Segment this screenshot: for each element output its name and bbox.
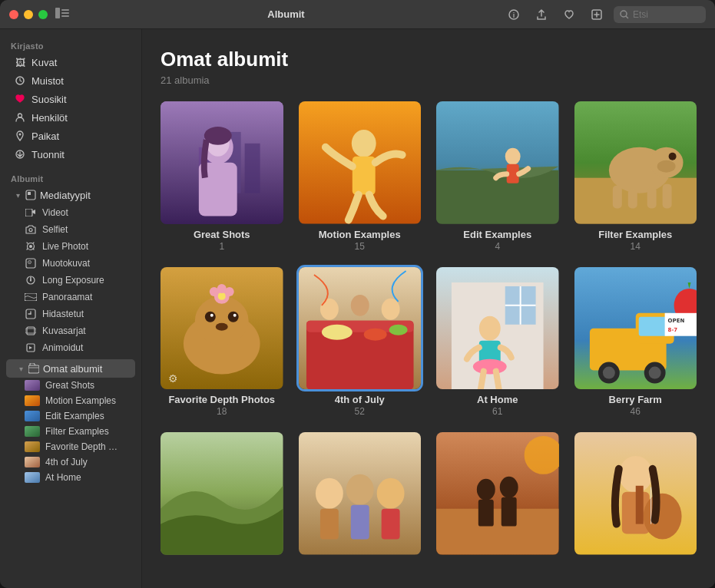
- sidebar-sub-edit-examples[interactable]: Edit Examples: [3, 408, 138, 424]
- info-button[interactable]: i: [503, 6, 525, 23]
- sidebar-label-animoidut: Animoidut: [42, 342, 83, 353]
- sidebar-label-at-home: At Home: [45, 472, 81, 483]
- sidebar-sub-videot[interactable]: Videot: [3, 204, 138, 221]
- edit-examples-name: Edit Examples: [463, 229, 531, 240]
- memories-icon: [14, 74, 26, 87]
- panorama-icon: [25, 291, 37, 303]
- svg-rect-104: [350, 505, 369, 540]
- album-item-row3-4[interactable]: [574, 432, 697, 560]
- sidebar-item-paikat[interactable]: Paikat: [3, 127, 138, 145]
- at-home-thumb: [25, 472, 40, 483]
- sidebar-sub-filter-examples[interactable]: Filter Examples: [3, 424, 138, 439]
- slo-mo-icon: [25, 308, 37, 320]
- sidebar-item-tuonnit[interactable]: Tuonnit: [3, 145, 138, 164]
- mediatyypit-header[interactable]: ▾ Mediatyypit: [3, 186, 138, 204]
- search-input[interactable]: [633, 9, 694, 20]
- imports-icon: [14, 148, 26, 160]
- portrait-icon: [25, 257, 37, 269]
- row3-3-thumbnail: [436, 432, 559, 555]
- svg-point-83: [479, 315, 501, 340]
- search-box[interactable]: [614, 6, 706, 23]
- svg-rect-0: [55, 8, 60, 18]
- heart-button[interactable]: [558, 6, 580, 23]
- edit-examples-count: 4: [495, 241, 500, 252]
- sidebar-sub-muotokuvat[interactable]: Muotokuvat: [3, 255, 138, 272]
- sidebar-sub-animoidut[interactable]: Animoidut: [3, 339, 138, 356]
- great-shots-name: Great Shots: [194, 229, 250, 240]
- mediatyypit-label: Mediatyypit: [40, 190, 91, 201]
- berry-farm-count: 46: [631, 406, 641, 417]
- sidebar-sub-motion-examples[interactable]: Motion Examples: [3, 393, 138, 408]
- sidebar-item-muistot[interactable]: Muistot: [3, 71, 138, 90]
- page-title: Omat albumit: [161, 48, 697, 71]
- album-item-fav-depth[interactable]: ⚙ Favorite Depth Photos 18: [161, 267, 283, 418]
- svg-rect-26: [27, 327, 35, 335]
- svg-rect-105: [381, 509, 399, 540]
- share-button[interactable]: [531, 6, 552, 23]
- album-item-great-shots[interactable]: Great Shots 1: [161, 101, 283, 252]
- album-count: 21 albumia: [161, 74, 697, 86]
- library-section-label: Kirjasto: [0, 37, 141, 53]
- svg-point-109: [477, 479, 495, 500]
- album-item-row3-3[interactable]: [436, 432, 559, 560]
- fullscreen-button[interactable]: [38, 10, 48, 19]
- add-album-button[interactable]: [586, 6, 607, 23]
- favorites-icon: [14, 93, 26, 105]
- album-item-at-home[interactable]: At Home 61: [436, 267, 559, 418]
- sidebar-sub-selfiet[interactable]: Selfiet: [3, 221, 138, 238]
- animated-icon: [25, 342, 37, 354]
- sidebar-sub-long-exposure[interactable]: Long Exposure: [3, 272, 138, 289]
- svg-rect-32: [245, 144, 260, 193]
- sidebar-sub-at-home[interactable]: At Home: [3, 470, 138, 485]
- svg-point-20: [29, 262, 30, 263]
- sidebar-label-henkilot: Henkilöt: [31, 112, 68, 124]
- window-title: Albumit: [267, 8, 304, 20]
- sidebar-sub-fav-depth[interactable]: Favorite Depth Pho...: [3, 439, 138, 454]
- content-area: Kirjasto 🖼 Kuvat Muistot Suosikit: [0, 29, 715, 588]
- svg-rect-1: [61, 9, 69, 11]
- sidebar-sub-kuvasarjat[interactable]: Kuvasarjat: [3, 322, 138, 339]
- motion-examples-thumb: [25, 395, 40, 406]
- album-item-filter-examples[interactable]: Filter Examples 14: [574, 101, 697, 252]
- svg-rect-52: [627, 190, 637, 209]
- album-item-july4[interactable]: 4th of July 52: [299, 267, 422, 418]
- sidebar-item-kuvat[interactable]: 🖼 Kuvat: [3, 53, 138, 71]
- omat-albumit-label: Omat albumit: [43, 363, 102, 375]
- album-item-row3-1[interactable]: [161, 432, 283, 560]
- sidebar-item-suosikit[interactable]: Suosikit: [3, 90, 138, 108]
- filter-examples-thumbnail: [574, 101, 697, 224]
- album-item-berry-farm[interactable]: OPEN 8-7 Berry Farm 46: [574, 267, 697, 418]
- minimize-button[interactable]: [24, 10, 33, 19]
- svg-point-77: [381, 298, 399, 319]
- video-icon: [25, 206, 37, 219]
- sidebar-sub-live-photot[interactable]: Live Photot: [3, 238, 138, 255]
- selfie-icon: [25, 223, 37, 236]
- filter-examples-thumb: [25, 426, 40, 437]
- close-button[interactable]: [9, 10, 18, 19]
- mediatyypit-icon: [25, 189, 37, 201]
- sidebar-item-henkilot[interactable]: Henkilöt: [3, 108, 138, 127]
- omat-albumit-header[interactable]: ▾ Omat albumit: [6, 359, 135, 378]
- sidebar-toggle-button[interactable]: [55, 8, 69, 21]
- sidebar-group-mediatyypit: ▾ Mediatyypit Videot Selfiet: [3, 186, 138, 356]
- sidebar-label-kuvasarjat: Kuvasarjat: [42, 325, 86, 336]
- row3-2-thumbnail: [299, 432, 422, 555]
- sidebar-label-paikat: Paikat: [31, 130, 59, 142]
- album-item-motion-examples[interactable]: Motion Examples 15: [299, 101, 422, 252]
- sidebar-label-selfiet: Selfiet: [42, 224, 68, 235]
- filter-examples-count: 14: [631, 241, 641, 252]
- sidebar-sub-july4[interactable]: 4th of July: [3, 454, 138, 470]
- album-item-row3-2[interactable]: [299, 432, 422, 560]
- sidebar-label-tuonnit: Tuonnit: [31, 149, 65, 160]
- svg-rect-12: [26, 190, 35, 200]
- sidebar-sub-hidastetut[interactable]: Hidastetut: [3, 306, 138, 322]
- berry-farm-name: Berry Farm: [609, 394, 662, 405]
- svg-text:i: i: [513, 12, 515, 19]
- svg-point-50: [657, 160, 675, 173]
- motion-examples-count: 15: [355, 241, 365, 252]
- sidebar-sub-great-shots[interactable]: Great Shots: [3, 378, 138, 393]
- at-home-thumbnail: [436, 267, 559, 390]
- svg-rect-2: [61, 12, 69, 14]
- sidebar-sub-panoraamat[interactable]: Panoraamat: [3, 289, 138, 306]
- album-item-edit-examples[interactable]: Edit Examples 4: [436, 101, 559, 252]
